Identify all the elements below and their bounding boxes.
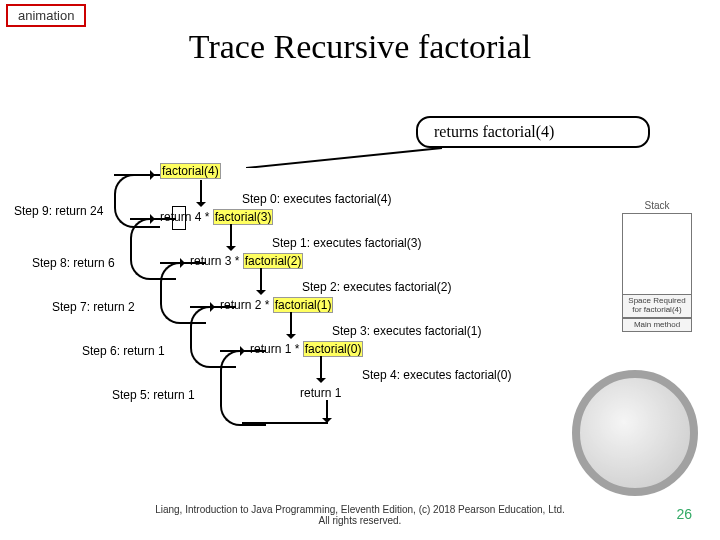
step-left-1: Step 8: return 6 — [32, 256, 115, 270]
page-title: Trace Recursive factorial — [0, 28, 720, 66]
step-right-2: Step 2: executes factorial(2) — [302, 280, 451, 294]
step-left-4: Step 5: return 1 — [112, 388, 195, 402]
step-left-0: Step 9: return 24 — [14, 204, 103, 218]
trace-diagram: factorial(4) Step 0: executes factorial(… — [20, 168, 580, 468]
stack-diagram: Stack Space Required for factorial(4) Ma… — [622, 200, 692, 332]
arrow-icon — [260, 268, 262, 294]
step-right-4: Step 4: executes factorial(0) — [362, 368, 511, 382]
step-right-1: Step 1: executes factorial(3) — [272, 236, 421, 250]
globe-decoration — [572, 370, 698, 496]
page-number: 26 — [676, 506, 692, 522]
arrow-icon — [200, 180, 202, 206]
return-4: return 1 — [300, 386, 341, 400]
step-right-0: Step 0: executes factorial(4) — [242, 192, 391, 206]
footer-text: Liang, Introduction to Java Programming,… — [0, 504, 720, 526]
callout-pointer — [246, 144, 446, 168]
stack-cell: Main method — [622, 318, 692, 333]
top-call: factorial(4) — [160, 163, 221, 179]
return-1: return 3 * factorial(2) — [190, 254, 303, 268]
step-left-2: Step 7: return 2 — [52, 300, 135, 314]
curve-icon — [114, 174, 160, 228]
stack-label: Stack — [622, 200, 692, 211]
animation-tag: animation — [6, 4, 86, 27]
return-2: return 2 * factorial(1) — [220, 298, 333, 312]
arrow-icon — [114, 174, 154, 176]
arrow-icon — [320, 356, 322, 382]
arrow-icon — [230, 224, 232, 250]
callout-bubble: returns factorial(4) — [416, 116, 650, 148]
step-left-3: Step 6: return 1 — [82, 344, 165, 358]
stack-cell: Space Required for factorial(4) — [622, 294, 692, 318]
arrow-icon — [290, 312, 292, 338]
return-3: return 1 * factorial(0) — [250, 342, 363, 356]
arrow-icon — [326, 400, 328, 422]
svg-line-0 — [246, 148, 442, 168]
step-right-3: Step 3: executes factorial(1) — [332, 324, 481, 338]
